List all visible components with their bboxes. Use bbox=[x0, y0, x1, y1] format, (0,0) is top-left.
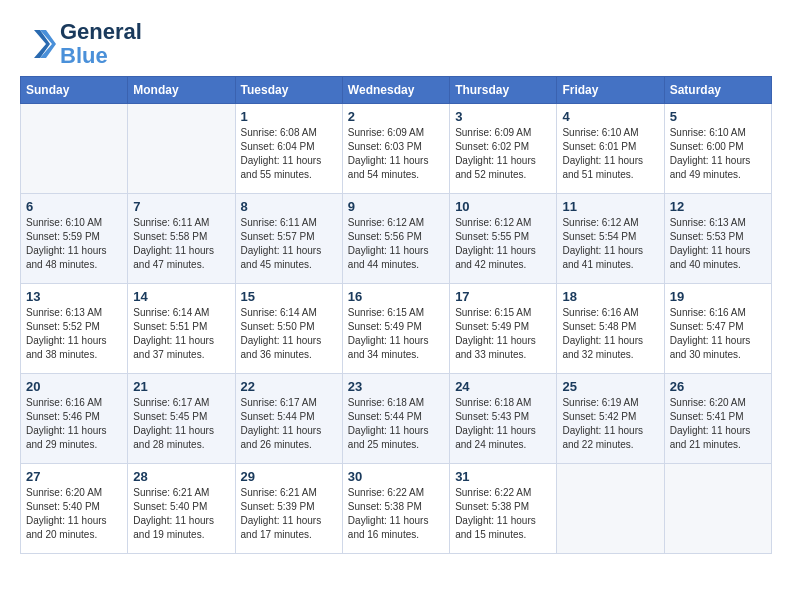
day-info: Sunrise: 6:10 AM Sunset: 6:01 PM Dayligh… bbox=[562, 126, 658, 182]
day-info: Sunrise: 6:22 AM Sunset: 5:38 PM Dayligh… bbox=[348, 486, 444, 542]
logo: General Blue bbox=[20, 20, 142, 68]
calendar-cell: 28Sunrise: 6:21 AM Sunset: 5:40 PM Dayli… bbox=[128, 464, 235, 554]
day-info: Sunrise: 6:10 AM Sunset: 6:00 PM Dayligh… bbox=[670, 126, 766, 182]
day-number: 11 bbox=[562, 199, 658, 214]
day-info: Sunrise: 6:18 AM Sunset: 5:43 PM Dayligh… bbox=[455, 396, 551, 452]
weekday-header-thursday: Thursday bbox=[450, 77, 557, 104]
calendar-cell: 18Sunrise: 6:16 AM Sunset: 5:48 PM Dayli… bbox=[557, 284, 664, 374]
day-info: Sunrise: 6:20 AM Sunset: 5:40 PM Dayligh… bbox=[26, 486, 122, 542]
calendar-week-4: 20Sunrise: 6:16 AM Sunset: 5:46 PM Dayli… bbox=[21, 374, 772, 464]
day-number: 27 bbox=[26, 469, 122, 484]
calendar-cell: 21Sunrise: 6:17 AM Sunset: 5:45 PM Dayli… bbox=[128, 374, 235, 464]
day-number: 26 bbox=[670, 379, 766, 394]
day-info: Sunrise: 6:16 AM Sunset: 5:47 PM Dayligh… bbox=[670, 306, 766, 362]
day-number: 21 bbox=[133, 379, 229, 394]
day-info: Sunrise: 6:11 AM Sunset: 5:57 PM Dayligh… bbox=[241, 216, 337, 272]
day-number: 10 bbox=[455, 199, 551, 214]
day-info: Sunrise: 6:17 AM Sunset: 5:44 PM Dayligh… bbox=[241, 396, 337, 452]
day-info: Sunrise: 6:12 AM Sunset: 5:55 PM Dayligh… bbox=[455, 216, 551, 272]
logo-text: General Blue bbox=[60, 20, 142, 68]
day-number: 31 bbox=[455, 469, 551, 484]
calendar-cell: 27Sunrise: 6:20 AM Sunset: 5:40 PM Dayli… bbox=[21, 464, 128, 554]
calendar-cell: 20Sunrise: 6:16 AM Sunset: 5:46 PM Dayli… bbox=[21, 374, 128, 464]
calendar-week-3: 13Sunrise: 6:13 AM Sunset: 5:52 PM Dayli… bbox=[21, 284, 772, 374]
day-info: Sunrise: 6:17 AM Sunset: 5:45 PM Dayligh… bbox=[133, 396, 229, 452]
day-info: Sunrise: 6:08 AM Sunset: 6:04 PM Dayligh… bbox=[241, 126, 337, 182]
calendar-cell: 1Sunrise: 6:08 AM Sunset: 6:04 PM Daylig… bbox=[235, 104, 342, 194]
day-number: 17 bbox=[455, 289, 551, 304]
day-info: Sunrise: 6:21 AM Sunset: 5:40 PM Dayligh… bbox=[133, 486, 229, 542]
weekday-header-row: SundayMondayTuesdayWednesdayThursdayFrid… bbox=[21, 77, 772, 104]
calendar-week-1: 1Sunrise: 6:08 AM Sunset: 6:04 PM Daylig… bbox=[21, 104, 772, 194]
weekday-header-wednesday: Wednesday bbox=[342, 77, 449, 104]
day-info: Sunrise: 6:21 AM Sunset: 5:39 PM Dayligh… bbox=[241, 486, 337, 542]
day-info: Sunrise: 6:12 AM Sunset: 5:54 PM Dayligh… bbox=[562, 216, 658, 272]
day-number: 1 bbox=[241, 109, 337, 124]
calendar-cell: 9Sunrise: 6:12 AM Sunset: 5:56 PM Daylig… bbox=[342, 194, 449, 284]
calendar-week-5: 27Sunrise: 6:20 AM Sunset: 5:40 PM Dayli… bbox=[21, 464, 772, 554]
calendar-cell bbox=[664, 464, 771, 554]
day-number: 6 bbox=[26, 199, 122, 214]
calendar-cell: 30Sunrise: 6:22 AM Sunset: 5:38 PM Dayli… bbox=[342, 464, 449, 554]
day-info: Sunrise: 6:09 AM Sunset: 6:02 PM Dayligh… bbox=[455, 126, 551, 182]
calendar-cell bbox=[557, 464, 664, 554]
day-number: 3 bbox=[455, 109, 551, 124]
calendar-cell: 12Sunrise: 6:13 AM Sunset: 5:53 PM Dayli… bbox=[664, 194, 771, 284]
calendar-cell: 3Sunrise: 6:09 AM Sunset: 6:02 PM Daylig… bbox=[450, 104, 557, 194]
weekday-header-saturday: Saturday bbox=[664, 77, 771, 104]
day-number: 24 bbox=[455, 379, 551, 394]
day-number: 2 bbox=[348, 109, 444, 124]
calendar-cell: 24Sunrise: 6:18 AM Sunset: 5:43 PM Dayli… bbox=[450, 374, 557, 464]
day-info: Sunrise: 6:10 AM Sunset: 5:59 PM Dayligh… bbox=[26, 216, 122, 272]
day-info: Sunrise: 6:13 AM Sunset: 5:52 PM Dayligh… bbox=[26, 306, 122, 362]
calendar-cell: 11Sunrise: 6:12 AM Sunset: 5:54 PM Dayli… bbox=[557, 194, 664, 284]
weekday-header-tuesday: Tuesday bbox=[235, 77, 342, 104]
day-info: Sunrise: 6:11 AM Sunset: 5:58 PM Dayligh… bbox=[133, 216, 229, 272]
day-number: 5 bbox=[670, 109, 766, 124]
calendar-cell: 14Sunrise: 6:14 AM Sunset: 5:51 PM Dayli… bbox=[128, 284, 235, 374]
day-number: 13 bbox=[26, 289, 122, 304]
calendar-cell: 4Sunrise: 6:10 AM Sunset: 6:01 PM Daylig… bbox=[557, 104, 664, 194]
calendar-cell: 7Sunrise: 6:11 AM Sunset: 5:58 PM Daylig… bbox=[128, 194, 235, 284]
day-number: 18 bbox=[562, 289, 658, 304]
calendar-cell bbox=[21, 104, 128, 194]
day-info: Sunrise: 6:15 AM Sunset: 5:49 PM Dayligh… bbox=[455, 306, 551, 362]
day-number: 28 bbox=[133, 469, 229, 484]
calendar-header: SundayMondayTuesdayWednesdayThursdayFrid… bbox=[21, 77, 772, 104]
calendar-cell: 25Sunrise: 6:19 AM Sunset: 5:42 PM Dayli… bbox=[557, 374, 664, 464]
day-number: 12 bbox=[670, 199, 766, 214]
calendar-cell: 6Sunrise: 6:10 AM Sunset: 5:59 PM Daylig… bbox=[21, 194, 128, 284]
day-info: Sunrise: 6:19 AM Sunset: 5:42 PM Dayligh… bbox=[562, 396, 658, 452]
day-info: Sunrise: 6:15 AM Sunset: 5:49 PM Dayligh… bbox=[348, 306, 444, 362]
day-info: Sunrise: 6:13 AM Sunset: 5:53 PM Dayligh… bbox=[670, 216, 766, 272]
day-info: Sunrise: 6:16 AM Sunset: 5:48 PM Dayligh… bbox=[562, 306, 658, 362]
calendar-table: SundayMondayTuesdayWednesdayThursdayFrid… bbox=[20, 76, 772, 554]
day-number: 15 bbox=[241, 289, 337, 304]
day-info: Sunrise: 6:20 AM Sunset: 5:41 PM Dayligh… bbox=[670, 396, 766, 452]
day-info: Sunrise: 6:12 AM Sunset: 5:56 PM Dayligh… bbox=[348, 216, 444, 272]
day-info: Sunrise: 6:22 AM Sunset: 5:38 PM Dayligh… bbox=[455, 486, 551, 542]
day-number: 19 bbox=[670, 289, 766, 304]
calendar-cell: 8Sunrise: 6:11 AM Sunset: 5:57 PM Daylig… bbox=[235, 194, 342, 284]
weekday-header-sunday: Sunday bbox=[21, 77, 128, 104]
calendar-cell: 22Sunrise: 6:17 AM Sunset: 5:44 PM Dayli… bbox=[235, 374, 342, 464]
day-number: 14 bbox=[133, 289, 229, 304]
calendar-cell: 2Sunrise: 6:09 AM Sunset: 6:03 PM Daylig… bbox=[342, 104, 449, 194]
day-info: Sunrise: 6:18 AM Sunset: 5:44 PM Dayligh… bbox=[348, 396, 444, 452]
calendar-cell: 10Sunrise: 6:12 AM Sunset: 5:55 PM Dayli… bbox=[450, 194, 557, 284]
calendar-cell: 19Sunrise: 6:16 AM Sunset: 5:47 PM Dayli… bbox=[664, 284, 771, 374]
calendar-cell: 31Sunrise: 6:22 AM Sunset: 5:38 PM Dayli… bbox=[450, 464, 557, 554]
day-number: 4 bbox=[562, 109, 658, 124]
day-number: 23 bbox=[348, 379, 444, 394]
calendar-week-2: 6Sunrise: 6:10 AM Sunset: 5:59 PM Daylig… bbox=[21, 194, 772, 284]
calendar-cell: 13Sunrise: 6:13 AM Sunset: 5:52 PM Dayli… bbox=[21, 284, 128, 374]
weekday-header-friday: Friday bbox=[557, 77, 664, 104]
day-info: Sunrise: 6:09 AM Sunset: 6:03 PM Dayligh… bbox=[348, 126, 444, 182]
calendar-cell: 17Sunrise: 6:15 AM Sunset: 5:49 PM Dayli… bbox=[450, 284, 557, 374]
page-header: General Blue bbox=[20, 20, 772, 68]
day-number: 8 bbox=[241, 199, 337, 214]
day-number: 25 bbox=[562, 379, 658, 394]
day-number: 16 bbox=[348, 289, 444, 304]
day-info: Sunrise: 6:14 AM Sunset: 5:50 PM Dayligh… bbox=[241, 306, 337, 362]
weekday-header-monday: Monday bbox=[128, 77, 235, 104]
